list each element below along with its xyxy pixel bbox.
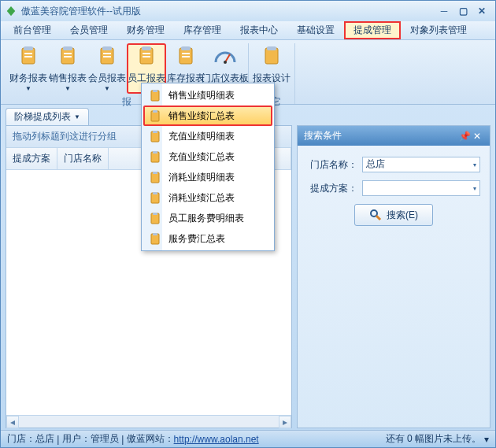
menu-item-1[interactable]: 会员管理 [61,21,117,39]
svg-rect-14 [142,46,151,50]
store-label: 门店名称： [307,158,357,172]
svg-rect-34 [153,151,157,154]
svg-rect-16 [143,56,150,57]
svg-rect-19 [182,53,190,54]
svg-point-22 [224,61,227,64]
ribbon-group-label-1: 报 [122,94,131,110]
ribbon-button-report-sales[interactable]: 销售报表▼ [48,43,87,94]
dropdown-item-6[interactable]: 员工服务费明细表 [143,208,272,228]
chevron-down-icon[interactable]: ▾ [484,434,489,445]
titlebar: 傲蓝美容院管理软件--试用版 ─ ▢ ✕ [1,1,495,21]
menu-item-4[interactable]: 报表中心 [231,21,287,39]
svg-marker-0 [7,6,16,16]
ribbon-button-report-member[interactable]: 会员报表▼ [87,43,127,94]
dropdown-item-2[interactable]: 充值业绩明细表 [143,126,272,146]
svg-rect-6 [63,46,72,50]
menubar: 前台管理会员管理财务管理库存管理报表中心基础设置提成管理对象列表管理 [1,21,495,40]
tab-commission-list[interactable]: 阶梯提成列表 ▼ [6,108,89,125]
clipboard-icon [148,191,162,205]
svg-rect-3 [24,53,32,54]
svg-rect-38 [153,192,157,194]
svg-rect-4 [24,56,32,57]
column-header-1[interactable]: 门店名称 [57,148,109,169]
svg-line-26 [376,216,380,220]
search-panel: 搜索条件 📌 ✕ 门店名称： 总店 ▾ 提成方案： ▾ [297,125,490,428]
plan-select[interactable]: ▾ [362,180,480,196]
window-title: 傲蓝美容院管理软件--试用版 [21,5,141,18]
pin-icon[interactable]: 📌 [458,131,471,142]
website-link[interactable]: http://www.aolan.net [174,434,259,445]
chevron-down-icon: ▼ [104,85,110,92]
svg-rect-10 [102,46,112,50]
staff-report-dropdown: 销售业绩明细表销售业绩汇总表充值业绩明细表充值业绩汇总表消耗业绩明细表消耗业绩汇… [141,83,275,251]
menu-item-0[interactable]: 前台管理 [4,21,61,39]
scroll-right-icon[interactable]: ▸ [279,416,291,428]
plan-label: 提成方案： [307,182,357,195]
panel-close-icon[interactable]: ✕ [471,131,483,142]
upload-status: 还有 0 幅图片未上传。 [386,432,481,446]
clipboard-icon [148,88,162,102]
search-icon [369,209,382,221]
svg-rect-28 [153,90,157,92]
svg-rect-20 [182,56,190,57]
minimize-button[interactable]: ─ [435,5,453,17]
menu-item-6[interactable]: 提成管理 [344,21,401,39]
dropdown-item-3[interactable]: 充值业绩汇总表 [143,146,272,167]
clipboard-icon [148,211,162,225]
clipboard-icon [148,129,162,143]
dropdown-item-5[interactable]: 消耗业绩汇总表 [143,187,272,208]
search-panel-header: 搜索条件 📌 ✕ [298,126,490,146]
svg-rect-18 [181,46,191,50]
store-select[interactable]: 总店 ▾ [362,157,480,172]
dropdown-item-4[interactable]: 消耗业绩明细表 [143,167,272,187]
chevron-down-icon: ▼ [65,85,71,92]
svg-rect-24 [267,46,276,50]
menu-item-5[interactable]: 基础设置 [287,21,344,39]
scroll-left-icon[interactable]: ◂ [6,416,19,428]
clipboard-icon [148,109,162,123]
menu-item-7[interactable]: 对象列表管理 [401,21,476,39]
svg-rect-7 [64,53,72,54]
svg-rect-12 [103,56,111,57]
close-button[interactable]: ✕ [473,5,490,17]
chevron-down-icon: ▾ [470,157,479,172]
chevron-down-icon: ▼ [74,113,80,120]
svg-rect-11 [103,53,111,54]
report-design-icon [259,45,284,70]
svg-rect-8 [64,56,72,57]
dropdown-item-0[interactable]: 销售业绩明细表 [143,85,272,106]
clipboard-icon [148,150,162,164]
dropdown-item-1[interactable]: 销售业绩汇总表 [143,106,272,126]
chevron-down-icon: ▼ [25,85,31,92]
svg-rect-42 [153,233,157,235]
maximize-button[interactable]: ▢ [454,5,472,17]
menu-item-3[interactable]: 库存管理 [174,21,231,39]
clipboard-icon [148,231,162,246]
svg-rect-36 [153,172,157,174]
svg-rect-15 [143,53,150,54]
search-button[interactable]: 搜索(E) [354,204,433,226]
dropdown-item-7[interactable]: 服务费汇总表 [143,228,272,249]
ribbon-button-report-finance[interactable]: 财务报表▼ [9,43,48,94]
svg-rect-32 [153,131,157,133]
statusbar: 门店： 总店 | 用户： 管理员 | 傲蓝网站： http://www.aola… [1,430,495,447]
app-logo-icon [6,6,17,17]
horizontal-scrollbar[interactable]: ◂ ▸ [6,415,291,428]
search-panel-title: 搜索条件 [304,129,342,143]
svg-rect-40 [153,213,157,215]
chevron-down-icon: ▾ [470,181,479,195]
svg-rect-30 [153,110,157,113]
column-header-0[interactable]: 提成方案 [6,148,57,169]
menu-item-2[interactable]: 财务管理 [117,21,174,39]
clipboard-icon [148,170,162,184]
svg-point-25 [371,210,377,217]
svg-rect-2 [24,46,33,50]
